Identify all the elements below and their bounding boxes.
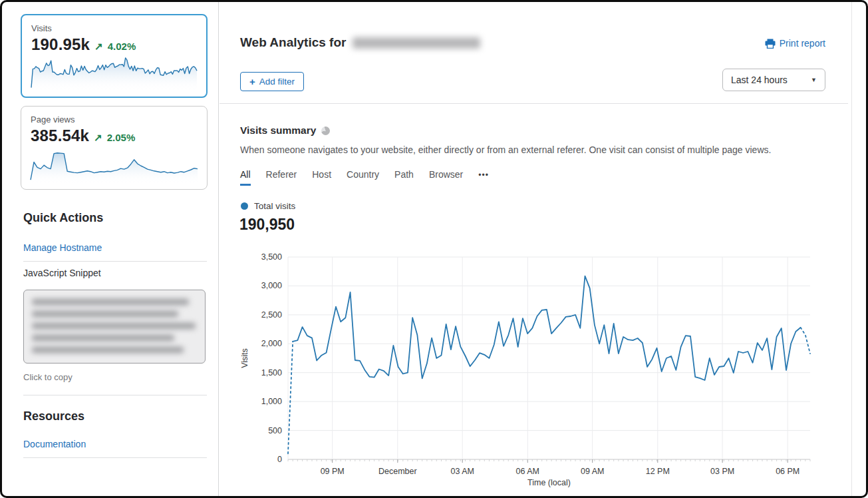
tab-host[interactable]: Host <box>312 169 331 186</box>
stat-card-visits-value-row: 190.95k ↗ 4.02% <box>31 35 197 54</box>
redacted-code-line <box>32 335 174 341</box>
stat-card-page-views[interactable]: Page views 385.54k ↗ 2.05% <box>21 106 208 190</box>
page-views-value: 385.54k <box>31 126 89 145</box>
quick-actions-heading: Quick Actions <box>23 211 103 225</box>
redacted-code-line <box>32 299 189 305</box>
svg-text:3,000: 3,000 <box>261 281 282 290</box>
stat-card-page-views-label: Page views <box>31 115 198 124</box>
svg-text:0: 0 <box>277 455 282 464</box>
redacted-code-line <box>32 323 196 329</box>
sidebar-divider <box>23 457 207 458</box>
web-analytics-dashboard: Visits 190.95k ↗ 4.02% Page views 385.54… <box>0 0 868 498</box>
dimension-tabs: All Referer Host Country Path Browser ••… <box>240 169 489 186</box>
total-visits-number: 190,950 <box>239 216 295 234</box>
tab-referer[interactable]: Referer <box>266 169 297 186</box>
tab-country[interactable]: Country <box>347 169 379 186</box>
svg-text:09 AM: 09 AM <box>581 467 604 476</box>
page-views-sparkline-chart <box>30 148 198 185</box>
svg-text:12 PM: 12 PM <box>646 467 670 476</box>
visits-summary-title-text: Visits summary <box>240 124 316 136</box>
page-title-text: Web Analytics for <box>240 35 346 50</box>
print-report-button[interactable]: Print report <box>765 38 825 49</box>
legend-label: Total visits <box>254 201 295 211</box>
pie-chart-help-icon[interactable] <box>321 126 330 135</box>
svg-text:3,500: 3,500 <box>261 252 282 262</box>
legend-dot-icon <box>241 202 248 210</box>
documentation-link[interactable]: Documentation <box>23 439 86 449</box>
svg-text:06 AM: 06 AM <box>516 467 539 476</box>
time-range-value: Last 24 hours <box>731 75 788 85</box>
trend-up-icon: ↗ <box>94 132 102 144</box>
svg-text:Time (local): Time (local) <box>527 478 571 487</box>
javascript-snippet-label: JavaScript Snippet <box>23 268 101 278</box>
print-report-label: Print report <box>780 38 825 49</box>
plus-icon: + <box>249 76 255 87</box>
manage-hostname-link[interactable]: Manage Hostname <box>23 242 102 253</box>
add-filter-label: Add filter <box>259 77 295 87</box>
stat-card-page-views-value-row: 385.54k ↗ 2.05% <box>31 126 198 145</box>
visits-line-chart[interactable]: 05001,0001,5002,0002,5003,0003,50009 PMD… <box>240 251 813 491</box>
page-views-change-percent: 2.05% <box>107 132 136 143</box>
add-filter-button[interactable]: + Add filter <box>240 72 304 91</box>
svg-text:1,500: 1,500 <box>261 368 282 377</box>
header-divider <box>219 103 848 104</box>
page-title: Web Analytics for <box>240 35 480 50</box>
js-snippet-code-box[interactable] <box>23 290 206 364</box>
chart-legend: Total visits <box>241 201 295 211</box>
tab-path[interactable]: Path <box>394 169 414 186</box>
visits-value: 190.95k <box>31 35 90 54</box>
svg-text:2,500: 2,500 <box>261 310 282 320</box>
click-to-copy-hint: Click to copy <box>23 372 72 382</box>
printer-icon <box>765 39 776 49</box>
trend-up-icon: ↗ <box>94 41 103 53</box>
redacted-code-line <box>32 347 184 353</box>
chevron-down-icon: ▼ <box>811 77 817 83</box>
stat-card-visits-label: Visits <box>31 23 197 33</box>
sidebar-divider <box>23 261 207 262</box>
sidebar-main-divider <box>218 2 219 496</box>
stat-card-visits[interactable]: Visits 190.95k ↗ 4.02% <box>21 14 208 98</box>
redacted-code-line <box>32 311 178 317</box>
svg-text:09 PM: 09 PM <box>321 467 345 476</box>
svg-text:03 AM: 03 AM <box>450 467 474 476</box>
tab-browser[interactable]: Browser <box>429 169 463 186</box>
visits-change-percent: 4.02% <box>108 41 136 52</box>
time-range-dropdown[interactable]: Last 24 hours ▼ <box>722 69 825 91</box>
sidebar-divider <box>23 395 207 395</box>
svg-text:2,000: 2,000 <box>261 339 282 348</box>
resources-heading: Resources <box>23 409 84 423</box>
redacted-domain <box>353 37 480 49</box>
svg-text:1,000: 1,000 <box>261 397 282 406</box>
visits-sparkline-chart <box>31 55 198 93</box>
visits-summary-heading: Visits summary <box>240 124 330 136</box>
visits-summary-description: When someone navigates to your website, … <box>240 144 771 155</box>
tab-all[interactable]: All <box>240 169 251 186</box>
svg-text:Visits: Visits <box>240 348 249 368</box>
svg-text:December: December <box>378 467 417 476</box>
svg-text:500: 500 <box>268 426 282 435</box>
svg-text:03 PM: 03 PM <box>710 467 734 476</box>
main-right-border <box>851 2 852 496</box>
tab-more-ellipsis[interactable]: ••• <box>478 169 489 186</box>
svg-text:06 PM: 06 PM <box>776 467 799 476</box>
